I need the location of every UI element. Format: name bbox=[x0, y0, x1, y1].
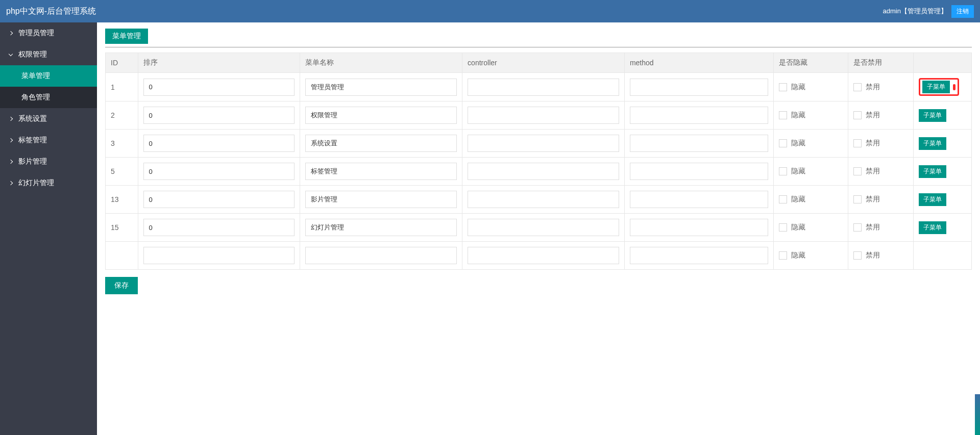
header: php中文网-后台管理系统 admin【管理员管理】 注销 bbox=[0, 0, 980, 22]
name-input[interactable] bbox=[305, 247, 457, 264]
controller-input[interactable] bbox=[468, 79, 619, 96]
sort-input[interactable] bbox=[143, 247, 295, 264]
sidebar-item-2[interactable]: 菜单管理 bbox=[0, 65, 97, 87]
hide-checkbox[interactable] bbox=[779, 223, 787, 232]
controller-input[interactable] bbox=[468, 135, 619, 152]
hide-checkbox[interactable] bbox=[779, 83, 787, 91]
cell-sort bbox=[138, 101, 300, 130]
disable-label: 禁用 bbox=[866, 251, 880, 260]
sidebar-item-5[interactable]: 标签管理 bbox=[0, 130, 97, 151]
chevron-right-icon bbox=[9, 117, 13, 121]
name-input[interactable] bbox=[305, 219, 457, 236]
cell-hide: 隐藏 bbox=[774, 130, 848, 158]
th-sort: 排序 bbox=[138, 53, 300, 73]
controller-input[interactable] bbox=[468, 219, 619, 236]
sort-input[interactable] bbox=[143, 135, 295, 152]
disable-checkbox[interactable] bbox=[853, 195, 862, 203]
menu-table: ID 排序 菜单名称 controller method 是否隐藏 是否禁用 1… bbox=[105, 53, 972, 270]
controller-input[interactable] bbox=[468, 191, 619, 208]
chevron-right-icon bbox=[9, 160, 13, 164]
sort-input[interactable] bbox=[143, 219, 295, 236]
cell-disable: 禁用 bbox=[848, 214, 913, 242]
cell-disable: 禁用 bbox=[848, 186, 913, 214]
disable-checkbox[interactable] bbox=[853, 167, 862, 175]
method-input[interactable] bbox=[630, 79, 768, 96]
sidebar-item-label: 影片管理 bbox=[18, 157, 47, 166]
submenu-button[interactable]: 子菜单 bbox=[919, 109, 946, 122]
name-input[interactable] bbox=[305, 135, 457, 152]
disable-checkbox[interactable] bbox=[853, 139, 862, 147]
cell-sort bbox=[138, 186, 300, 214]
sort-input[interactable] bbox=[143, 163, 295, 180]
submenu-button[interactable]: 子菜单 bbox=[919, 193, 946, 206]
disable-checkbox[interactable] bbox=[853, 83, 862, 91]
save-button[interactable]: 保存 bbox=[105, 277, 138, 294]
cell-hide: 隐藏 bbox=[774, 186, 848, 214]
th-controller: controller bbox=[462, 53, 625, 73]
method-input[interactable] bbox=[630, 191, 768, 208]
submenu-button[interactable]: 子菜单 bbox=[919, 165, 946, 178]
cell-hide: 隐藏 bbox=[774, 73, 848, 101]
controller-input[interactable] bbox=[468, 107, 619, 124]
sidebar-item-label: 幻灯片管理 bbox=[18, 178, 54, 188]
cell-action: 子菜单 bbox=[913, 101, 971, 130]
table-row: 2隐藏禁用子菜单 bbox=[106, 101, 972, 130]
main-content: 菜单管理 ID 排序 菜单名称 controller method 是否隐藏 是… bbox=[97, 22, 980, 435]
cell-disable: 禁用 bbox=[848, 130, 913, 158]
cell-disable: 禁用 bbox=[848, 73, 913, 101]
method-input[interactable] bbox=[630, 163, 768, 180]
name-input[interactable] bbox=[305, 107, 457, 124]
cell-action: 子菜单 bbox=[913, 186, 971, 214]
hide-checkbox[interactable] bbox=[779, 139, 787, 147]
cell-method bbox=[624, 130, 773, 158]
cell-id: 2 bbox=[106, 101, 138, 130]
hide-checkbox[interactable] bbox=[779, 111, 787, 119]
table-row: 3隐藏禁用子菜单 bbox=[106, 130, 972, 158]
sidebar-item-0[interactable]: 管理员管理 bbox=[0, 22, 97, 44]
cell-id: 15 bbox=[106, 214, 138, 242]
sidebar-item-3[interactable]: 角色管理 bbox=[0, 87, 97, 108]
sort-input[interactable] bbox=[143, 107, 295, 124]
disable-checkbox[interactable] bbox=[853, 251, 862, 260]
submenu-button[interactable]: 子菜单 bbox=[919, 221, 946, 234]
cell-action: 子菜单 bbox=[913, 130, 971, 158]
cell-name bbox=[300, 130, 462, 158]
sidebar-item-4[interactable]: 系统设置 bbox=[0, 108, 97, 130]
page-title: 菜单管理 bbox=[105, 29, 148, 44]
user-label[interactable]: admin【管理员管理】 bbox=[883, 7, 947, 16]
cell-action: 子菜单 bbox=[913, 73, 971, 101]
sort-input[interactable] bbox=[143, 191, 295, 208]
hide-checkbox[interactable] bbox=[779, 167, 787, 175]
method-input[interactable] bbox=[630, 247, 768, 264]
cell-action: 子菜单 bbox=[913, 214, 971, 242]
cell-method bbox=[624, 101, 773, 130]
submenu-button[interactable]: 子菜单 bbox=[919, 137, 946, 150]
chevron-right-icon bbox=[9, 31, 13, 35]
logout-button[interactable]: 注销 bbox=[951, 5, 974, 18]
th-id: ID bbox=[106, 53, 138, 73]
method-input[interactable] bbox=[630, 219, 768, 236]
sidebar-item-7[interactable]: 幻灯片管理 bbox=[0, 172, 97, 194]
sidebar-item-6[interactable]: 影片管理 bbox=[0, 151, 97, 172]
name-input[interactable] bbox=[305, 191, 457, 208]
sidebar-item-1[interactable]: 权限管理 bbox=[0, 44, 97, 65]
cell-controller bbox=[462, 73, 625, 101]
cell-disable: 禁用 bbox=[848, 158, 913, 186]
disable-checkbox[interactable] bbox=[853, 223, 862, 232]
cell-disable: 禁用 bbox=[848, 242, 913, 270]
controller-input[interactable] bbox=[468, 247, 619, 264]
hide-checkbox[interactable] bbox=[779, 195, 787, 203]
controller-input[interactable] bbox=[468, 163, 619, 180]
disable-checkbox[interactable] bbox=[853, 111, 862, 119]
cell-method bbox=[624, 186, 773, 214]
method-input[interactable] bbox=[630, 107, 768, 124]
name-input[interactable] bbox=[305, 163, 457, 180]
sidebar-item-label: 标签管理 bbox=[18, 136, 47, 145]
name-input[interactable] bbox=[305, 79, 457, 96]
disable-label: 禁用 bbox=[866, 195, 880, 204]
submenu-button[interactable]: 子菜单 bbox=[922, 81, 950, 93]
sort-input[interactable] bbox=[143, 79, 295, 96]
cell-action: 子菜单 bbox=[913, 158, 971, 186]
method-input[interactable] bbox=[630, 135, 768, 152]
hide-checkbox[interactable] bbox=[779, 251, 787, 260]
